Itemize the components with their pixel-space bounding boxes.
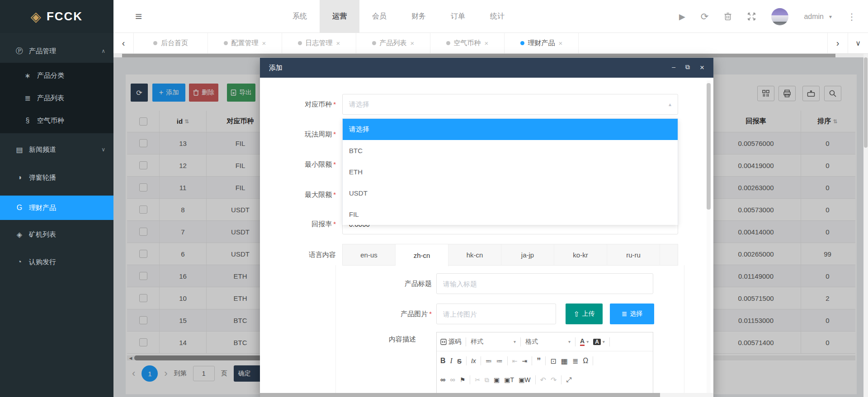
italic-button[interactable]: I <box>450 357 453 365</box>
cut-button[interactable]: ✂ <box>475 376 480 383</box>
sidebar-item-product-management[interactable]: Ⓟ 产品管理 ∧ <box>0 39 113 63</box>
tab-close-icon[interactable]: × <box>485 39 489 47</box>
copy-button[interactable]: ⧉ <box>485 376 489 384</box>
sidebar-item-product-list[interactable]: ≣ 产品列表 <box>0 87 113 109</box>
horizontal-rule-button[interactable]: ≣ <box>572 357 578 365</box>
outdent-button[interactable]: ⇤ <box>512 357 518 364</box>
maximize-editor-button[interactable]: ⤢ <box>566 376 571 384</box>
modal-close-icon[interactable]: × <box>700 63 704 72</box>
insert-table-button[interactable]: ▦ <box>561 357 568 365</box>
paste-word-button[interactable]: ▣W <box>519 376 530 383</box>
tabs-menu-caret-icon[interactable]: ∨ <box>848 33 868 53</box>
tab-dot <box>372 41 376 45</box>
undo-button[interactable]: ↶ <box>540 376 546 384</box>
more-dots-icon[interactable]: ⋮ <box>847 11 856 22</box>
sidebar-item-product-category[interactable]: ∗ 产品分类 <box>0 64 113 87</box>
tab-air-coin[interactable]: 空气币种 × <box>430 33 505 53</box>
topnav-members[interactable]: 会员 <box>359 0 399 33</box>
source-code-button[interactable]: 源码 <box>440 338 461 346</box>
topnav-finance[interactable]: 财务 <box>399 0 439 33</box>
lang-tab-en-us[interactable]: en-us <box>343 244 396 265</box>
tab-home[interactable]: 后台首页 <box>134 33 208 53</box>
strikethrough-button[interactable]: S <box>457 357 462 365</box>
modal-scrollbar-thumb[interactable] <box>707 83 711 210</box>
tabs-scroll-right-icon[interactable]: › <box>827 33 848 53</box>
sidebar-item-air-coin[interactable]: § 空气币种 <box>0 109 113 132</box>
format-dropdown[interactable]: 格式 ▾ <box>525 338 571 346</box>
user-caret-down-icon[interactable]: ▾ <box>829 14 832 20</box>
redo-button[interactable]: ↷ <box>551 376 557 384</box>
dropdown-option-placeholder[interactable]: 请选择 <box>343 119 678 140</box>
styles-dropdown[interactable]: 样式 ▾ <box>471 338 516 346</box>
tab-financial-products[interactable]: 理财产品 × <box>505 33 579 53</box>
dropdown-option-usdt[interactable]: USDT <box>343 182 678 204</box>
tab-close-icon[interactable]: × <box>336 39 340 47</box>
tabs-scroll-left-icon[interactable]: ‹ <box>113 33 134 53</box>
tab-dot <box>153 41 157 45</box>
tab-label: 后台首页 <box>161 39 188 47</box>
anchor-button[interactable]: ⚑ <box>460 376 466 383</box>
tab-logs[interactable]: 日志管理 × <box>282 33 356 53</box>
username[interactable]: admin <box>804 13 824 21</box>
bold-button[interactable]: B <box>440 357 446 365</box>
tab-close-icon[interactable]: × <box>410 39 415 47</box>
tab-product-list[interactable]: 产品列表 × <box>356 33 430 53</box>
tab-label: 空气币种 <box>454 39 481 47</box>
topnav-statistics[interactable]: 统计 <box>477 0 517 33</box>
page-scrollbar-thumb[interactable] <box>864 57 868 148</box>
bullet-list-button[interactable]: ≔ <box>496 357 503 364</box>
text-color-button[interactable]: A ▾ <box>580 338 589 346</box>
dropdown-option-btc[interactable]: BTC <box>343 140 678 161</box>
caret-down-icon: ▾ <box>586 339 589 344</box>
dropdown-option-fil[interactable]: FIL <box>343 204 678 225</box>
dropdown-option-eth[interactable]: ETH <box>343 161 678 182</box>
indent-button[interactable]: ⇥ <box>522 357 528 364</box>
top-navbar: ≡ 系统 运营 会员 财务 订单 统计 ▶ ⟳ admin ▾ ⋮ <box>113 0 868 33</box>
paste-text-button[interactable]: ▣T <box>504 376 514 383</box>
link-button[interactable]: ∞ <box>440 376 445 384</box>
topnav-orders[interactable]: 订单 <box>438 0 478 33</box>
coin-select[interactable]: 请选择 ▴ <box>342 94 678 115</box>
product-image-input[interactable] <box>436 304 556 324</box>
trash-icon[interactable] <box>724 12 732 21</box>
choose-button[interactable]: ≣ 选择 <box>610 304 654 324</box>
special-char-button[interactable]: Ω <box>583 357 588 365</box>
brand-logo[interactable]: ◈ FCCK <box>0 0 113 33</box>
tab-close-icon[interactable]: × <box>559 39 563 47</box>
modal-minimize-icon[interactable]: – <box>672 63 675 72</box>
lang-tab-ko-kr[interactable]: ko-kr <box>554 244 607 265</box>
sidebar-item-label: 空气币种 <box>37 117 64 125</box>
hamburger-icon[interactable]: ≡ <box>135 0 142 33</box>
sidebar-item-news-channel[interactable]: ▤ 新闻频道 ∨ <box>0 138 113 161</box>
bg-color-button[interactable]: A ▾ <box>593 339 605 345</box>
insert-image-button[interactable]: ⊡ <box>550 357 556 365</box>
modal-maximize-icon[interactable]: ⧉ <box>685 63 690 72</box>
upload-button[interactable]: ⇧ 上传 <box>566 304 603 324</box>
lang-tab-hk-cn[interactable]: hk-cn <box>448 244 501 265</box>
remove-format-button[interactable]: Ix <box>471 357 476 364</box>
ordered-list-button[interactable]: ≕ <box>486 357 492 364</box>
topnav-operations[interactable]: 运营 <box>320 0 359 33</box>
refresh-icon[interactable]: ⟳ <box>701 11 709 22</box>
paste-button[interactable]: ▣ <box>494 376 500 383</box>
product-title-input[interactable] <box>436 273 653 294</box>
avatar[interactable] <box>771 8 788 25</box>
tab-config[interactable]: 配置管理 × <box>208 33 282 53</box>
sidebar-item-financial-products[interactable]: G 理财产品 <box>0 196 113 220</box>
topnav-system[interactable]: 系统 <box>280 0 320 33</box>
lang-tab-zh-cn[interactable]: zh-cn <box>396 244 448 266</box>
modal-hscrollbar-thumb[interactable] <box>260 393 660 397</box>
unlink-button[interactable]: ∞ <box>450 376 455 384</box>
lang-tab-ja-jp[interactable]: ja-jp <box>501 244 554 265</box>
tabs-scrollbar-thumb[interactable] <box>122 54 835 57</box>
blockquote-button[interactable]: ” <box>537 356 541 366</box>
modal-header[interactable]: 添加 – ⧉ × <box>260 58 713 78</box>
product-title-label: 产品标题 <box>341 273 432 294</box>
sidebar-item-subscription-issue[interactable]: ◔ 认购发行 <box>0 250 113 274</box>
sidebar-item-miner-list[interactable]: ◈ 矿机列表 <box>0 223 113 246</box>
sidebar-item-popup-carousel[interactable]: ◑ 弹窗轮播 <box>0 166 113 189</box>
play-icon[interactable]: ▶ <box>679 12 685 22</box>
lang-tab-ru-ru[interactable]: ru-ru <box>607 244 660 265</box>
fullscreen-icon[interactable] <box>747 12 756 21</box>
tab-close-icon[interactable]: × <box>262 39 266 47</box>
